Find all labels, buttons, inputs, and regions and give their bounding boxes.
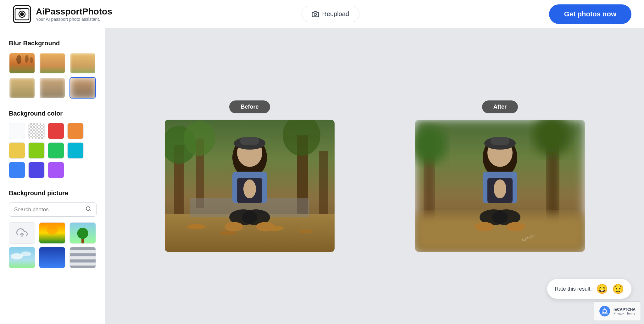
after-person-svg: AiPhoto — [415, 120, 585, 252]
before-panel: Before — [165, 100, 335, 252]
blur-grid — [9, 53, 97, 99]
bg-stripes-svg — [70, 247, 96, 268]
content-area: Before — [106, 28, 644, 324]
blur-thumb-svg-3 — [70, 53, 96, 74]
blur-thumb-6[interactable] — [69, 77, 96, 99]
svg-point-22 — [77, 228, 88, 239]
color-swatch-orange[interactable] — [67, 123, 84, 139]
bg-photo-tree[interactable] — [69, 222, 96, 244]
blur-thumb-svg-1 — [9, 53, 35, 74]
svg-rect-30 — [70, 259, 96, 263]
logo-subtitle: Your AI passport photo assistant. — [36, 17, 112, 22]
svg-rect-12 — [70, 53, 96, 74]
bg-tree-svg — [70, 222, 96, 244]
svg-point-42 — [220, 231, 236, 235]
search-input[interactable] — [14, 207, 82, 213]
logo-title: AiPassportPhotos — [36, 7, 112, 17]
search-icon[interactable] — [86, 206, 91, 213]
main-layout: Blur Background — [0, 28, 644, 324]
svg-rect-31 — [70, 265, 96, 268]
recaptcha-widget: reCAPTCHA Privacy - Terms — [594, 301, 641, 321]
svg-rect-27 — [70, 247, 96, 268]
logo-area: AiPassportPhotos Your AI passport photo … — [13, 5, 112, 24]
before-photo-svg — [165, 120, 335, 252]
after-panel: After — [415, 100, 585, 252]
blur-thumb-1[interactable] — [9, 53, 35, 74]
color-swatch-indigo[interactable] — [28, 162, 45, 178]
after-label: After — [482, 100, 518, 113]
svg-point-73 — [494, 179, 506, 198]
blur-thumb-svg-6 — [70, 78, 96, 99]
watermark-text: AiPhoto — [520, 233, 536, 243]
picture-section-title: Background picture — [9, 190, 97, 197]
camera-icon — [312, 11, 319, 18]
svg-rect-66 — [491, 137, 509, 145]
svg-point-16 — [86, 207, 90, 210]
svg-rect-36 — [319, 151, 328, 214]
svg-point-71 — [475, 222, 494, 231]
color-section-title: Background color — [9, 110, 97, 117]
color-swatch-red[interactable] — [48, 123, 64, 139]
svg-point-9 — [25, 55, 29, 63]
svg-point-4 — [20, 12, 24, 16]
reupload-button[interactable]: Reupload — [302, 6, 359, 22]
svg-rect-26 — [39, 247, 65, 268]
sad-emoji[interactable]: 😟 — [612, 283, 624, 294]
svg-rect-13 — [9, 78, 35, 99]
blur-thumb-5[interactable] — [39, 77, 65, 99]
color-add-button[interactable]: + — [9, 123, 25, 139]
reupload-label: Reupload — [322, 10, 349, 18]
svg-rect-28 — [70, 247, 96, 250]
get-photos-button[interactable]: Get photos now — [549, 4, 631, 24]
bg-photo-sky[interactable] — [9, 247, 35, 268]
blur-thumb-svg-2 — [40, 53, 65, 74]
before-photo-frame — [165, 120, 335, 252]
bg-photo-sunset[interactable] — [39, 222, 65, 244]
svg-point-56 — [243, 179, 256, 198]
svg-rect-15 — [70, 78, 96, 99]
rating-label: Rate this result: — [555, 286, 592, 292]
upload-icon — [16, 227, 28, 239]
bg-photo-upload[interactable] — [9, 222, 35, 244]
bg-sky-svg — [9, 247, 35, 268]
blur-thumb-svg-4 — [9, 78, 35, 99]
svg-point-54 — [225, 222, 243, 231]
color-swatch-yellow[interactable] — [9, 142, 25, 159]
bg-sunset-svg — [39, 222, 65, 244]
svg-point-72 — [506, 222, 525, 231]
bg-photo-stripes[interactable] — [69, 247, 96, 268]
svg-rect-5 — [19, 8, 21, 9]
color-swatch-lime[interactable] — [28, 142, 45, 159]
svg-point-55 — [256, 222, 275, 231]
bg-photo-blue[interactable] — [39, 247, 65, 268]
happy-emoji[interactable]: 😄 — [596, 283, 608, 294]
svg-rect-14 — [40, 78, 65, 99]
svg-point-10 — [30, 57, 33, 63]
svg-point-41 — [187, 224, 206, 229]
blur-thumb-svg-5 — [40, 78, 65, 99]
get-photos-label: Get photos now — [564, 10, 616, 18]
color-swatch-transparent[interactable] — [28, 123, 45, 139]
recaptcha-text: reCAPTCHA Privacy - Terms — [613, 307, 636, 315]
search-bar — [9, 202, 97, 217]
svg-point-19 — [47, 226, 58, 235]
color-swatch-teal[interactable] — [67, 142, 84, 159]
svg-point-24 — [11, 253, 23, 259]
rating-widget: Rate this result: 😄 😟 — [547, 279, 631, 299]
recaptcha-logo — [599, 305, 610, 317]
blur-thumb-3[interactable] — [69, 53, 96, 74]
svg-point-8 — [16, 55, 21, 64]
svg-point-76 — [603, 310, 606, 313]
svg-rect-49 — [240, 137, 259, 145]
svg-point-6 — [314, 13, 317, 15]
app-header: AiPassportPhotos Your AI passport photo … — [0, 0, 644, 28]
svg-rect-11 — [40, 53, 65, 74]
color-swatch-blue[interactable] — [9, 162, 25, 178]
blur-thumb-4[interactable] — [9, 77, 35, 99]
svg-rect-29 — [70, 253, 96, 256]
before-label: Before — [229, 100, 270, 113]
recaptcha-links: Privacy - Terms — [613, 312, 636, 315]
color-swatch-purple[interactable] — [48, 162, 64, 178]
blur-thumb-2[interactable] — [39, 53, 65, 74]
color-swatch-green[interactable] — [48, 142, 64, 159]
